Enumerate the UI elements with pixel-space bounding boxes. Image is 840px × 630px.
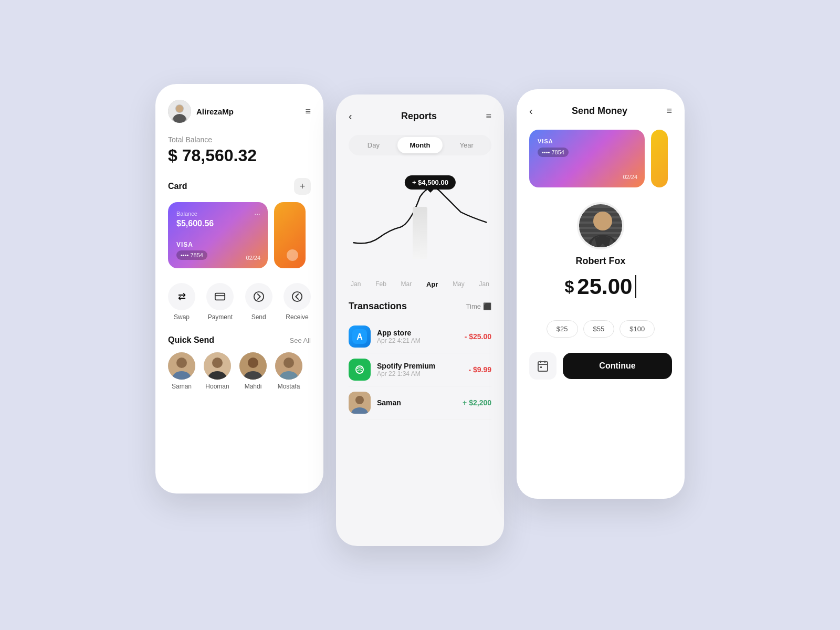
card-partial-dot [287,249,298,261]
chart-x-labels: Jan Feb Mar Apr May Jan [349,280,491,288]
appstore-name: App store [377,329,458,337]
credit-card-2[interactable] [274,202,306,268]
menu-icon[interactable]: ≡ [305,106,311,117]
continue-button[interactable]: Continue [563,353,672,379]
spotify-info: Spotify Premium Apr 22 1:34 AM [377,362,462,377]
send-card-brand: VISA [538,138,636,144]
send-money-header: ‹ Send Money ≡ [529,105,672,117]
contact-hooman[interactable]: Hooman [204,352,231,390]
spotify-amount: - $9.99 [468,365,491,374]
quick-amount-55[interactable]: $55 [583,320,615,338]
send-money-menu-icon[interactable]: ≡ [666,106,672,117]
period-tabs: Day Month Year [349,135,491,155]
transaction-appstore[interactable]: A App store Apr 22 4:21 AM - $25.00 [349,320,491,353]
send-back-button[interactable]: ‹ [529,105,533,117]
x-label-apr: Apr [426,280,438,288]
tab-month[interactable]: Month [397,137,443,153]
cards-row: ··· Balance $5,600.56 VISA •••• 7854 02/… [168,202,311,268]
contacts-row: Saman Hooman [168,352,311,390]
action-send-label: Send [251,313,266,321]
transactions-title: Transactions [349,301,407,312]
svg-point-37 [593,212,612,230]
card-expiry: 02/24 [246,255,260,261]
amount-value: 25.00 [577,274,632,299]
recipient-section: Robert Fox $ 25.00 [529,202,672,310]
svg-point-10 [176,358,187,368]
transaction-saman[interactable]: Saman + $2,200 [349,386,491,419]
username-label: AlirezaMp [196,107,305,116]
transaction-spotify[interactable]: Spotify Premium Apr 22 1:34 AM - $9.99 [349,353,491,386]
send-bottom-actions: Continue [529,352,672,380]
tab-year[interactable]: Year [444,137,489,153]
card-options-icon[interactable]: ··· [254,209,260,218]
quick-send-title: Quick Send [168,335,214,345]
appstore-date: Apr 22 4:21 AM [377,337,458,344]
contact-name-saman: Saman [172,383,192,390]
action-receive[interactable]: Receive [284,283,311,321]
action-payment-label: Payment [208,313,233,321]
svg-point-7 [254,292,263,301]
card-section-title: Card [168,182,187,191]
send-card-scroll: VISA •••• 7854 02/24 [529,130,672,187]
x-label-feb: Feb [375,280,386,288]
contact-mahdi[interactable]: Mahdi [239,352,267,390]
spotify-date: Apr 22 1:34 AM [377,370,462,377]
send-card-number: •••• 7854 [538,148,569,157]
calendar-button[interactable] [529,352,556,380]
send-card-2-partial [651,130,668,187]
add-card-button[interactable]: + [294,178,311,195]
contact-avatar-hooman [204,352,231,380]
transactions-filter[interactable]: Time ⬛ [466,302,491,310]
filter-icon: ⬛ [483,302,491,310]
contact-saman[interactable]: Saman [168,352,195,390]
reports-header: ‹ Reports ≡ [349,110,491,122]
back-button[interactable]: ‹ [349,110,352,122]
send-money-title: Send Money [572,106,627,117]
quick-amount-25[interactable]: $25 [547,320,578,338]
swap-icon: ⇄ [168,283,195,310]
action-payment[interactable]: Payment [206,283,234,321]
spotify-name: Spotify Premium [377,362,462,370]
amount-cursor [635,275,636,298]
receive-icon [284,283,311,310]
send-money-screen: ‹ Send Money ≡ VISA •••• 7854 02/24 [517,89,685,499]
credit-card-1[interactable]: ··· Balance $5,600.56 VISA •••• 7854 02/… [168,202,268,268]
chart-area: + $4,500.00 [349,170,491,275]
svg-point-26 [355,396,364,404]
card-balance-label: Balance [176,211,259,217]
appstore-amount: - $25.00 [465,332,491,341]
contact-avatar-mostafa [275,352,302,380]
reports-menu-icon[interactable]: ≡ [486,111,491,122]
card-number: •••• 7854 [176,250,207,260]
amount-display: $ 25.00 [565,274,637,299]
action-send[interactable]: Send [245,283,272,321]
send-card-expiry: 02/24 [623,174,637,180]
contact-mostafa[interactable]: Mostafa [275,352,302,390]
total-balance: $ 78,560.32 [168,146,311,165]
action-swap[interactable]: ⇄ Swap [168,283,195,321]
x-label-may: May [453,280,465,288]
quick-amounts: $25 $55 $100 [529,320,672,338]
card-balance-amount: $5,600.56 [176,219,259,228]
x-label-jan1: Jan [351,280,361,288]
see-all-button[interactable]: See All [290,337,311,344]
contact-avatar-saman [168,352,195,380]
saman-avatar-icon [349,392,371,414]
recipient-name: Robert Fox [575,256,625,267]
user-avatar [168,100,191,123]
saman-amount: + $2,200 [463,398,491,407]
action-swap-label: Swap [174,313,190,321]
tab-day[interactable]: Day [351,137,396,153]
action-receive-label: Receive [286,313,308,321]
x-label-mar: Mar [401,280,412,288]
send-credit-card[interactable]: VISA •••• 7854 02/24 [529,130,645,187]
spotify-icon [349,359,371,381]
actions-row: ⇄ Swap Payment S [168,283,311,321]
appstore-icon: A [349,326,371,348]
send-icon [245,283,272,310]
dashboard-header: AlirezaMp ≡ [168,100,311,123]
quick-amount-100[interactable]: $100 [620,320,655,338]
contact-name-hooman: Hooman [205,383,229,390]
chart-tooltip: + $4,500.00 [405,175,456,190]
dashboard-screen: AlirezaMp ≡ Total Balance $ 78,560.32 Ca… [155,84,323,494]
